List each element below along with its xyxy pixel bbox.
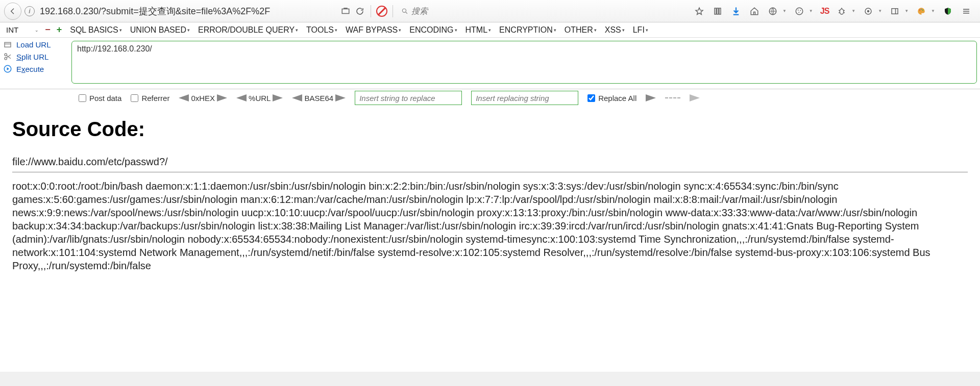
svg-point-15 — [919, 9, 920, 10]
hackbar-actions: Load URL Split URL Execute — [0, 38, 71, 89]
bookmark-star-icon[interactable] — [694, 6, 705, 17]
menu-encoding[interactable]: ENCODING▾ — [405, 25, 461, 35]
url-textarea[interactable] — [71, 41, 977, 84]
dropdown-caret-icon[interactable]: ▼ — [851, 9, 855, 13]
search-box[interactable] — [398, 4, 500, 18]
menu-tools[interactable]: TOOLS▾ — [302, 25, 341, 35]
download-icon[interactable] — [730, 6, 742, 17]
arrow-left-icon — [236, 94, 247, 101]
browser-toolbar: i ▼ ▼ JS — [0, 0, 980, 22]
target-icon[interactable] — [863, 6, 874, 17]
arrow-left-icon — [179, 94, 189, 101]
arrow-left-icon — [292, 94, 302, 101]
minus-icon[interactable]: − — [45, 24, 51, 35]
dropdown-caret-icon[interactable]: ▼ — [878, 9, 882, 13]
bug-icon[interactable] — [836, 6, 847, 17]
replace-all-checkbox[interactable]: Replace All — [587, 94, 636, 102]
reload-button[interactable] — [354, 6, 365, 17]
replace-from-input[interactable] — [355, 91, 462, 105]
svg-rect-5 — [719, 8, 721, 14]
referrer-checkbox[interactable]: Referrer — [131, 94, 169, 102]
svg-rect-0 — [342, 9, 349, 13]
arrow-right-icon — [273, 94, 283, 101]
home-icon[interactable] — [749, 6, 760, 17]
menu-html[interactable]: HTML▾ — [461, 25, 496, 35]
svg-rect-3 — [715, 8, 716, 14]
next-icon[interactable] — [690, 94, 700, 101]
menu-other[interactable]: OTHER▾ — [560, 25, 601, 35]
menu-xss[interactable]: XSS▾ — [601, 25, 629, 35]
dropdown-caret-icon[interactable]: ▼ — [782, 9, 787, 13]
replace-to-input[interactable] — [471, 91, 578, 105]
svg-point-13 — [867, 10, 870, 12]
search-input[interactable] — [411, 7, 497, 16]
divider — [12, 172, 968, 172]
int-selector[interactable]: INT ⌄ — [4, 25, 41, 34]
search-icon — [401, 7, 408, 15]
hackbar-options: Post data Referrer 0xHEX %URL BASE64 Rep… — [0, 89, 980, 107]
source-url: file://www.baidu.com/etc/passwd?/ — [12, 156, 968, 172]
svg-rect-14 — [892, 8, 898, 14]
hex-encode-button[interactable]: 0xHEX — [179, 94, 227, 102]
dash-separator — [665, 97, 680, 98]
svg-point-17 — [922, 9, 923, 10]
load-icon — [3, 40, 12, 49]
hackbar-body: Load URL Split URL Execute − + — [0, 38, 980, 89]
js-switch-icon[interactable]: JS — [820, 7, 829, 16]
arrow-right-icon — [217, 94, 227, 101]
arrow-left-icon — [9, 7, 17, 15]
split-url-label: Split URL — [16, 53, 48, 61]
svg-point-11 — [840, 9, 844, 14]
passwd-dump: root:x:0:0:root:/root:/bin/bash daemon:x… — [12, 179, 968, 272]
back-button[interactable] — [4, 3, 21, 20]
menu-sql-basics[interactable]: SQL BASICS▾ — [66, 25, 126, 35]
dropdown-caret-icon[interactable]: ▼ — [931, 9, 935, 13]
menu-error-double-query[interactable]: ERROR/DOUBLE QUERY▾ — [194, 25, 302, 35]
palette-icon[interactable] — [916, 6, 927, 17]
svg-point-8 — [798, 9, 799, 10]
base64-encode-button[interactable]: BASE64 — [292, 94, 346, 102]
execute-label: Execute — [16, 65, 44, 73]
svg-point-2 — [402, 9, 406, 12]
svg-point-16 — [921, 9, 922, 10]
address-bar[interactable] — [38, 4, 324, 18]
dropdown-caret-icon[interactable]: ▼ — [809, 9, 813, 13]
dropdown-caret-icon[interactable]: ▼ — [904, 9, 909, 13]
screenshot-icon[interactable] — [340, 6, 351, 17]
noscript-icon[interactable] — [376, 6, 387, 17]
separator — [371, 5, 371, 17]
menu-waf-bypass[interactable]: WAF BYPASS▾ — [341, 25, 405, 35]
page-heading: Source Code: — [12, 118, 968, 141]
post-data-checkbox[interactable]: Post data — [79, 94, 121, 102]
menu-lfi[interactable]: LFI▾ — [629, 25, 652, 35]
split-url-button[interactable]: Split URL — [3, 52, 68, 61]
menu-encryption[interactable]: ENCRYPTION▾ — [495, 25, 560, 35]
execute-button[interactable]: Execute — [3, 64, 68, 73]
scissors-icon — [3, 52, 12, 61]
load-url-button[interactable]: Load URL — [3, 40, 68, 49]
site-info-icon[interactable]: i — [24, 6, 35, 16]
arrow-right-icon — [335, 94, 346, 101]
svg-point-7 — [796, 8, 803, 15]
play-icon — [3, 64, 12, 73]
hamburger-menu-icon[interactable] — [961, 6, 972, 17]
cookie-icon[interactable] — [794, 6, 805, 17]
shield-icon[interactable] — [942, 6, 953, 17]
toolbar-right: ▼ ▼ JS ▼ ▼ ▼ ▼ — [694, 6, 976, 17]
plus-icon[interactable]: + — [57, 24, 62, 35]
svg-point-9 — [800, 10, 801, 11]
menu-union-based[interactable]: UNION BASED▾ — [126, 25, 194, 35]
globe-icon[interactable] — [767, 6, 778, 17]
load-url-label: Load URL — [16, 40, 51, 49]
svg-point-10 — [798, 12, 799, 13]
svg-rect-4 — [717, 8, 718, 14]
page-content: Source Code: file://www.baidu.com/etc/pa… — [0, 107, 980, 372]
url-encode-button[interactable]: %URL — [236, 94, 283, 102]
svg-rect-18 — [5, 42, 11, 47]
sidebar-icon[interactable] — [889, 6, 900, 17]
hackbar-menu: INT ⌄ − + SQL BASICS▾UNION BASED▾ERROR/D… — [0, 22, 980, 38]
library-icon[interactable] — [712, 6, 723, 17]
svg-rect-1 — [344, 8, 348, 9]
apply-replace-icon[interactable] — [646, 94, 656, 101]
separator — [393, 5, 393, 17]
